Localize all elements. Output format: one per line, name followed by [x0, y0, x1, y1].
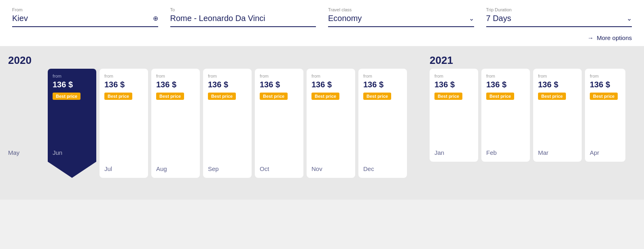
may-placeholder: May	[8, 69, 19, 162]
trip-duration-value: 7 Days	[486, 14, 511, 23]
from-field-group: From Kiev ⊕	[12, 7, 158, 27]
more-options-label: More options	[597, 34, 632, 41]
jul-card[interactable]: from 136 $ Best price Jul	[100, 69, 148, 178]
2021-months-section: 2021 from 136 $ Best price Jan from 136 …	[430, 54, 625, 162]
2020-months-section: from 136 $ Best price Jun from 136 $	[48, 54, 407, 178]
jun-card[interactable]: from 136 $ Best price Jun	[48, 69, 96, 162]
trip-duration-value-row[interactable]: 7 Days ⌄	[486, 14, 632, 23]
top-section: From Kiev ⊕ To Rome - Leonardo Da Vinci …	[0, 0, 644, 27]
arrow-right-icon: →	[587, 34, 593, 41]
from-label: From	[12, 7, 158, 12]
jan-card[interactable]: from 136 $ Best price Jan	[430, 69, 478, 162]
chevron-down-icon: ⌄	[469, 15, 474, 22]
more-options-row: → More options	[0, 27, 644, 46]
may-section: 2020 May	[8, 54, 44, 162]
2020-months-container: from 136 $ Best price Jun from 136 $	[48, 69, 407, 178]
year-2020-label: 2020	[8, 54, 32, 69]
arrow-shape	[48, 162, 96, 178]
chevron-down-icon-2: ⌄	[627, 15, 632, 22]
mar-card[interactable]: from 136 $ Best price Mar	[533, 69, 582, 162]
from-value: Kiev	[12, 14, 28, 23]
dec-card[interactable]: from 136 $ Best price Dec	[358, 69, 407, 178]
to-label: To	[170, 7, 316, 12]
to-value: Rome - Leonardo Da Vinci	[170, 14, 265, 23]
to-value-row: Rome - Leonardo Da Vinci	[170, 14, 316, 23]
trip-duration-label: Trip Duration	[486, 7, 632, 12]
jun-wrapper: from 136 $ Best price Jun	[48, 69, 96, 178]
sep-card[interactable]: from 136 $ Best price Sep	[203, 69, 252, 178]
nov-card[interactable]: from 136 $ Best price Nov	[307, 69, 355, 178]
feb-card[interactable]: from 136 $ Best price Feb	[481, 69, 530, 162]
apr-card[interactable]: from 136 $ Best price Apr	[585, 69, 625, 162]
jun-arrow	[48, 162, 96, 178]
year-2021-label-row: 2021	[430, 54, 625, 69]
app-container: From Kiev ⊕ To Rome - Leonardo Da Vinci …	[0, 0, 644, 200]
travel-class-value: Economy	[328, 14, 362, 23]
2021-months-container: from 136 $ Best price Jan from 136 $ Bes…	[430, 69, 625, 162]
from-value-row: Kiev ⊕	[12, 14, 158, 23]
spacer-2020	[48, 54, 407, 69]
travel-class-label: Travel class	[328, 7, 474, 12]
to-field-group: To Rome - Leonardo Da Vinci	[170, 7, 316, 27]
calendar-section: 2020 May from 136 $ Best price	[0, 46, 644, 200]
search-bar: From Kiev ⊕ To Rome - Leonardo Da Vinci …	[12, 7, 632, 27]
travel-class-field-group: Travel class Economy ⌄	[328, 7, 474, 27]
travel-class-value-row[interactable]: Economy ⌄	[328, 14, 474, 23]
location-icon[interactable]: ⊕	[153, 15, 158, 22]
calendar-full-row: 2020 May from 136 $ Best price	[8, 54, 636, 178]
trip-duration-field-group: Trip Duration 7 Days ⌄	[486, 7, 632, 27]
oct-card[interactable]: from 136 $ Best price Oct	[255, 69, 303, 178]
aug-card[interactable]: from 136 $ Best price Aug	[151, 69, 200, 178]
more-options-button[interactable]: → More options	[587, 34, 632, 41]
